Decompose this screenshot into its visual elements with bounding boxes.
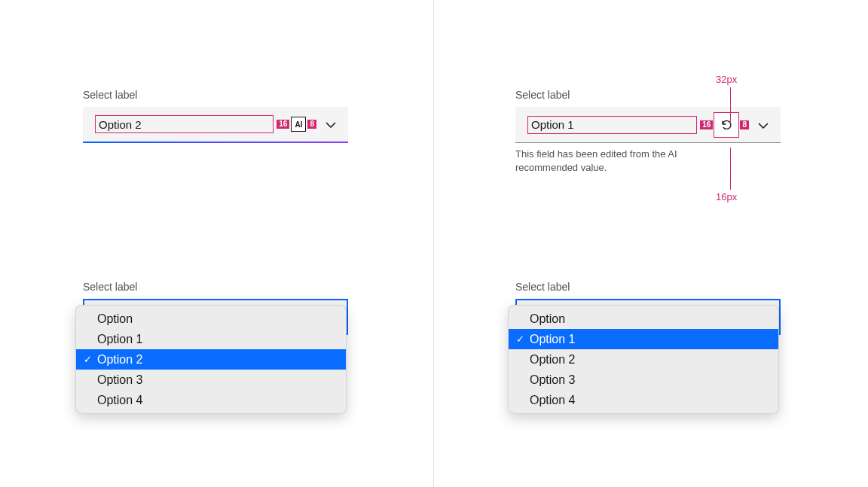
dropdown-menu: OptionOption 1Option 2Option 3Option 4	[508, 305, 779, 414]
annotation-line-top	[730, 87, 731, 122]
ai-badge: AI	[291, 117, 306, 132]
dropdown-option[interactable]: Option 3	[509, 370, 778, 390]
dropdown-option[interactable]: Option 2	[76, 349, 346, 370]
dropdown-option[interactable]: Option 1	[509, 329, 778, 349]
px-annotation-8: 8	[740, 120, 749, 129]
px-annotation-16: 16	[700, 120, 713, 129]
select-value: Option 2	[99, 118, 142, 131]
select-label: Select label	[83, 89, 348, 101]
px-annotation-8: 8	[307, 120, 316, 129]
px-annotation-16: 16	[277, 120, 289, 129]
example-right-edited-select: Select label Option 1 16 8 This field ha…	[515, 89, 781, 175]
revert-button[interactable]	[714, 113, 738, 137]
annotation-line-bottom	[730, 148, 731, 190]
example-left-open-select: Select label OptionOption 1Option 2Optio…	[83, 281, 348, 335]
dropdown-option[interactable]: Option 3	[76, 370, 346, 390]
example-right-open-select: Select label OptionOption 1Option 2Optio…	[515, 281, 781, 335]
example-left-ai-select: Select label Option 2 16 AI 8	[83, 89, 348, 143]
select-value-box: Option 1	[527, 116, 697, 134]
select-value: Option 1	[531, 118, 574, 131]
dropdown-menu: OptionOption 1Option 2Option 3Option 4	[75, 305, 347, 414]
select-field-ai[interactable]: Option 2 16 AI 8	[83, 107, 348, 143]
dropdown-option[interactable]: Option 1	[76, 329, 346, 349]
select-label: Select label	[83, 281, 348, 293]
vertical-divider	[433, 0, 434, 487]
chevron-down-icon[interactable]	[758, 118, 769, 132]
annotation-16px: 16px	[716, 191, 737, 202]
helper-text: This field has been edited from the AI r…	[515, 148, 741, 175]
select-field-edited[interactable]: Option 1 16 8	[515, 107, 781, 143]
select-label: Select label	[515, 89, 781, 101]
dropdown-option[interactable]: Option 2	[509, 349, 778, 370]
dropdown-option[interactable]: Option 4	[76, 390, 346, 410]
dropdown-option[interactable]: Option 4	[509, 390, 778, 410]
chevron-down-icon[interactable]	[326, 117, 336, 131]
undo-icon	[720, 119, 732, 131]
dropdown-option[interactable]: Option	[509, 309, 778, 329]
dropdown-option[interactable]: Option	[76, 309, 346, 329]
revert-button-wrapper	[714, 113, 738, 137]
select-value-box: Option 2	[95, 115, 274, 133]
select-label: Select label	[515, 281, 781, 293]
annotation-32px: 32px	[716, 74, 737, 85]
